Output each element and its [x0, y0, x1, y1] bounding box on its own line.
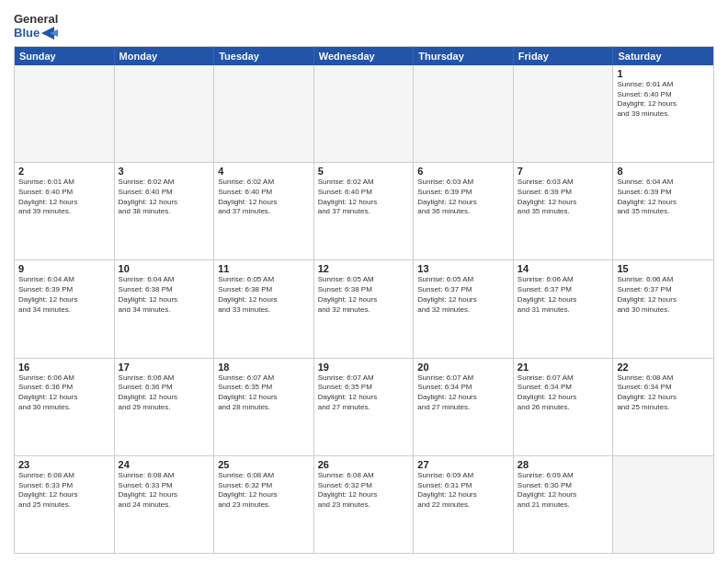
calendar-cell: 7Sunrise: 6:03 AM Sunset: 6:39 PM Daylig… [514, 163, 614, 259]
calendar-cell: 2Sunrise: 6:01 AM Sunset: 6:40 PM Daylig… [15, 163, 115, 259]
day-number: 18 [218, 362, 310, 373]
calendar-cell: 10Sunrise: 6:04 AM Sunset: 6:38 PM Dayli… [115, 260, 215, 357]
day-number: 21 [518, 362, 609, 373]
day-number: 3 [119, 166, 210, 177]
day-number: 19 [318, 362, 410, 373]
cell-sun-info: Sunrise: 6:06 AM Sunset: 6:36 PM Dayligh… [119, 373, 210, 413]
cell-sun-info: Sunrise: 6:03 AM Sunset: 6:39 PM Dayligh… [417, 178, 509, 217]
day-number: 25 [218, 459, 310, 470]
calendar-cell: 3Sunrise: 6:02 AM Sunset: 6:40 PM Daylig… [115, 163, 215, 259]
weekday-header: Wednesday [314, 47, 415, 65]
cell-sun-info: Sunrise: 6:02 AM Sunset: 6:40 PM Dayligh… [218, 178, 310, 217]
calendar-cell: 14Sunrise: 6:06 AM Sunset: 6:37 PM Dayli… [514, 260, 614, 357]
day-number: 4 [218, 166, 310, 177]
cell-sun-info: Sunrise: 6:08 AM Sunset: 6:32 PM Dayligh… [218, 471, 310, 511]
cell-sun-info: Sunrise: 6:04 AM Sunset: 6:38 PM Dayligh… [119, 275, 210, 315]
calendar-cell: 4Sunrise: 6:02 AM Sunset: 6:40 PM Daylig… [214, 163, 314, 259]
calendar-cell [613, 456, 713, 553]
cell-sun-info: Sunrise: 6:05 AM Sunset: 6:38 PM Dayligh… [318, 275, 410, 315]
weekday-header: Friday [514, 47, 614, 65]
calendar: SundayMondayTuesdayWednesdayThursdayFrid… [14, 46, 714, 554]
cell-sun-info: Sunrise: 6:08 AM Sunset: 6:34 PM Dayligh… [617, 373, 710, 413]
calendar-row: 1Sunrise: 6:01 AM Sunset: 6:40 PM Daylig… [15, 65, 713, 163]
calendar-cell: 26Sunrise: 6:08 AM Sunset: 6:32 PM Dayli… [314, 456, 415, 553]
calendar-cell: 1Sunrise: 6:01 AM Sunset: 6:40 PM Daylig… [613, 65, 713, 162]
day-number: 8 [617, 166, 710, 177]
cell-sun-info: Sunrise: 6:04 AM Sunset: 6:39 PM Dayligh… [617, 178, 710, 217]
page-header: General Blue [14, 9, 714, 40]
logo: General Blue [14, 13, 58, 40]
calendar-cell: 22Sunrise: 6:08 AM Sunset: 6:34 PM Dayli… [613, 359, 713, 455]
day-number: 28 [518, 459, 609, 470]
cell-sun-info: Sunrise: 6:09 AM Sunset: 6:30 PM Dayligh… [518, 471, 609, 511]
cell-sun-info: Sunrise: 6:08 AM Sunset: 6:33 PM Dayligh… [18, 471, 110, 511]
weekday-header: Thursday [414, 47, 514, 65]
calendar-cell [15, 65, 115, 162]
calendar-cell [514, 65, 614, 162]
calendar-cell [214, 65, 314, 162]
calendar-cell [314, 65, 415, 162]
logo-general: General [14, 13, 58, 27]
day-number: 27 [417, 459, 509, 470]
calendar-cell: 17Sunrise: 6:06 AM Sunset: 6:36 PM Dayli… [115, 359, 215, 455]
cell-sun-info: Sunrise: 6:05 AM Sunset: 6:37 PM Dayligh… [417, 275, 509, 315]
calendar-cell: 24Sunrise: 6:08 AM Sunset: 6:33 PM Dayli… [115, 456, 215, 553]
calendar-row: 2Sunrise: 6:01 AM Sunset: 6:40 PM Daylig… [15, 163, 713, 260]
cell-sun-info: Sunrise: 6:02 AM Sunset: 6:40 PM Dayligh… [119, 178, 210, 217]
calendar-cell [115, 65, 215, 162]
calendar-cell: 9Sunrise: 6:04 AM Sunset: 6:39 PM Daylig… [15, 260, 115, 357]
calendar-cell: 21Sunrise: 6:07 AM Sunset: 6:34 PM Dayli… [514, 359, 614, 455]
calendar-cell: 20Sunrise: 6:07 AM Sunset: 6:34 PM Dayli… [414, 359, 514, 455]
day-number: 24 [119, 459, 210, 470]
cell-sun-info: Sunrise: 6:03 AM Sunset: 6:39 PM Dayligh… [518, 178, 609, 217]
logo-text-block: General Blue [14, 13, 58, 40]
calendar-cell: 19Sunrise: 6:07 AM Sunset: 6:35 PM Dayli… [314, 359, 415, 455]
calendar-cell: 5Sunrise: 6:02 AM Sunset: 6:40 PM Daylig… [314, 163, 415, 259]
calendar-row: 23Sunrise: 6:08 AM Sunset: 6:33 PM Dayli… [15, 456, 713, 553]
calendar-cell: 16Sunrise: 6:06 AM Sunset: 6:36 PM Dayli… [15, 359, 115, 455]
logo-blue: Blue [14, 27, 58, 40]
calendar-cell: 28Sunrise: 6:09 AM Sunset: 6:30 PM Dayli… [514, 456, 614, 553]
day-number: 20 [417, 362, 509, 373]
cell-sun-info: Sunrise: 6:05 AM Sunset: 6:38 PM Dayligh… [218, 275, 310, 315]
calendar-cell: 8Sunrise: 6:04 AM Sunset: 6:39 PM Daylig… [613, 163, 713, 259]
day-number: 14 [518, 263, 609, 274]
day-number: 2 [18, 166, 110, 177]
calendar-cell: 25Sunrise: 6:08 AM Sunset: 6:32 PM Dayli… [214, 456, 314, 553]
calendar-row: 9Sunrise: 6:04 AM Sunset: 6:39 PM Daylig… [15, 260, 713, 358]
cell-sun-info: Sunrise: 6:06 AM Sunset: 6:36 PM Dayligh… [18, 373, 110, 413]
cell-sun-info: Sunrise: 6:01 AM Sunset: 6:40 PM Dayligh… [18, 178, 110, 217]
calendar-body: 1Sunrise: 6:01 AM Sunset: 6:40 PM Daylig… [15, 65, 713, 553]
calendar-header: SundayMondayTuesdayWednesdayThursdayFrid… [15, 47, 713, 65]
day-number: 16 [18, 362, 110, 373]
day-number: 10 [119, 263, 210, 274]
cell-sun-info: Sunrise: 6:07 AM Sunset: 6:35 PM Dayligh… [318, 373, 410, 413]
cell-sun-info: Sunrise: 6:04 AM Sunset: 6:39 PM Dayligh… [18, 275, 110, 315]
day-number: 12 [318, 263, 410, 274]
cell-sun-info: Sunrise: 6:09 AM Sunset: 6:31 PM Dayligh… [417, 471, 509, 511]
day-number: 17 [119, 362, 210, 373]
logo-bird-icon [41, 27, 58, 40]
day-number: 9 [18, 263, 110, 274]
weekday-header: Sunday [15, 47, 115, 65]
calendar-cell: 15Sunrise: 6:06 AM Sunset: 6:37 PM Dayli… [613, 260, 713, 357]
cell-sun-info: Sunrise: 6:07 AM Sunset: 6:34 PM Dayligh… [417, 373, 509, 413]
calendar-cell: 18Sunrise: 6:07 AM Sunset: 6:35 PM Dayli… [214, 359, 314, 455]
day-number: 5 [318, 166, 410, 177]
cell-sun-info: Sunrise: 6:08 AM Sunset: 6:33 PM Dayligh… [119, 471, 210, 511]
weekday-header: Monday [115, 47, 215, 65]
calendar-cell: 13Sunrise: 6:05 AM Sunset: 6:37 PM Dayli… [414, 260, 514, 357]
day-number: 11 [218, 263, 310, 274]
calendar-cell: 27Sunrise: 6:09 AM Sunset: 6:31 PM Dayli… [414, 456, 514, 553]
day-number: 13 [417, 263, 509, 274]
calendar-cell [414, 65, 514, 162]
cell-sun-info: Sunrise: 6:02 AM Sunset: 6:40 PM Dayligh… [318, 178, 410, 217]
calendar-cell: 6Sunrise: 6:03 AM Sunset: 6:39 PM Daylig… [414, 163, 514, 259]
day-number: 26 [318, 459, 410, 470]
day-number: 1 [617, 68, 710, 79]
calendar-row: 16Sunrise: 6:06 AM Sunset: 6:36 PM Dayli… [15, 359, 713, 456]
calendar-cell: 11Sunrise: 6:05 AM Sunset: 6:38 PM Dayli… [214, 260, 314, 357]
day-number: 6 [417, 166, 509, 177]
cell-sun-info: Sunrise: 6:07 AM Sunset: 6:35 PM Dayligh… [218, 373, 310, 413]
cell-sun-info: Sunrise: 6:06 AM Sunset: 6:37 PM Dayligh… [617, 275, 710, 315]
